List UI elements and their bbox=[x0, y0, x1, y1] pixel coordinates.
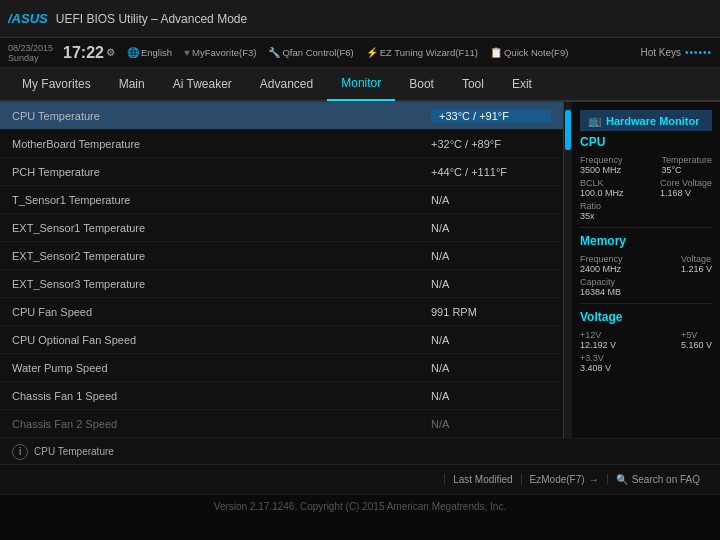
row-label: CPU Fan Speed bbox=[12, 306, 431, 318]
hw-monitor-header: 📺 Hardware Monitor bbox=[580, 110, 712, 131]
mem-freq-row: Frequency 2400 MHz Voltage 1.216 V bbox=[580, 254, 712, 274]
monitor-panel[interactable]: CPU Temperature +33°C / +91°F MotherBoar… bbox=[0, 102, 564, 438]
cpu-ratio-value: 35x bbox=[580, 211, 601, 221]
voltage-section-title: Voltage bbox=[580, 310, 712, 324]
table-row[interactable]: Water Pump Speed N/A bbox=[0, 354, 563, 382]
left-content: CPU Temperature +33°C / +91°F MotherBoar… bbox=[0, 102, 572, 438]
hw-monitor-panel: 📺 Hardware Monitor CPU Frequency 3500 MH… bbox=[572, 102, 720, 438]
search-faq-button[interactable]: 🔍 Search on FAQ bbox=[607, 474, 708, 485]
last-modified: Last Modified bbox=[444, 474, 520, 485]
row-label: EXT_Sensor1 Temperature bbox=[12, 222, 431, 234]
table-row[interactable]: EXT_Sensor2 Temperature N/A bbox=[0, 242, 563, 270]
tooltip-bar: i CPU Temperature bbox=[0, 438, 720, 464]
row-label: Chassis Fan 1 Speed bbox=[12, 390, 431, 402]
table-row[interactable]: T_Sensor1 Temperature N/A bbox=[0, 186, 563, 214]
row-label: EXT_Sensor2 Temperature bbox=[12, 250, 431, 262]
v12-label: +12V bbox=[580, 330, 616, 340]
hot-keys-dots: •••••• bbox=[685, 47, 712, 58]
shortcut-myfavorite[interactable]: ♥ MyFavorite(F3) bbox=[184, 47, 256, 58]
ez-mode-button[interactable]: EzMode(F7) → bbox=[521, 474, 607, 485]
search-icon: 🔍 bbox=[616, 474, 628, 485]
nav-exit[interactable]: Exit bbox=[498, 67, 546, 101]
row-value: N/A bbox=[431, 194, 551, 206]
cpu-ratio-row: Ratio 35x bbox=[580, 201, 712, 221]
heart-icon: ♥ bbox=[184, 47, 190, 58]
row-label: CPU Optional Fan Speed bbox=[12, 334, 431, 346]
hot-keys[interactable]: Hot Keys •••••• bbox=[640, 47, 712, 58]
row-value: N/A bbox=[431, 250, 551, 262]
row-value: +44°C / +111°F bbox=[431, 166, 551, 178]
row-label: EXT_Sensor3 Temperature bbox=[12, 278, 431, 290]
table-row[interactable]: MotherBoard Temperature +32°C / +89°F bbox=[0, 130, 563, 158]
mem-cap-value: 16384 MB bbox=[580, 287, 621, 297]
mem-freq-label: Frequency bbox=[580, 254, 623, 264]
nav-ai-tweaker[interactable]: Ai Tweaker bbox=[159, 67, 246, 101]
row-value: 991 RPM bbox=[431, 306, 551, 318]
cpu-corev-value: 1.168 V bbox=[660, 188, 712, 198]
info-icon: i bbox=[12, 444, 28, 460]
info-bar: 08/23/2015 Sunday 17:22 ⚙ 🌐 English ♥ My… bbox=[0, 38, 720, 68]
nav-main[interactable]: Main bbox=[105, 67, 159, 101]
globe-icon: 🌐 bbox=[127, 47, 139, 58]
mem-freq-value: 2400 MHz bbox=[580, 264, 623, 274]
shortcut-ez-tuning[interactable]: ⚡ EZ Tuning Wizard(F11) bbox=[366, 47, 478, 58]
v33-label: +3.3V bbox=[580, 353, 611, 363]
shortcut-quick-note[interactable]: 📋 Quick Note(F9) bbox=[490, 47, 568, 58]
nav-my-favorites[interactable]: My Favorites bbox=[8, 67, 105, 101]
row-value: +33°C / +91°F bbox=[431, 109, 551, 123]
cpu-section-title: CPU bbox=[580, 135, 712, 149]
cpu-bclk-label: BCLK bbox=[580, 178, 624, 188]
hw-divider bbox=[580, 227, 712, 228]
table-row[interactable]: CPU Temperature +33°C / +91°F bbox=[0, 102, 563, 130]
lightning-icon: ⚡ bbox=[366, 47, 378, 58]
shortcut-qfan[interactable]: 🔧 Qfan Control(F6) bbox=[268, 47, 353, 58]
row-value: N/A bbox=[431, 362, 551, 374]
table-row[interactable]: CPU Fan Speed 991 RPM bbox=[0, 298, 563, 326]
nav-boot[interactable]: Boot bbox=[395, 67, 448, 101]
bottom-bar: Last Modified EzMode(F7) → 🔍 Search on F… bbox=[0, 464, 720, 494]
gear-icon[interactable]: ⚙ bbox=[106, 47, 115, 58]
nav-tool[interactable]: Tool bbox=[448, 67, 498, 101]
cpu-ratio-label: Ratio bbox=[580, 201, 601, 211]
main-content: CPU Temperature +33°C / +91°F MotherBoar… bbox=[0, 102, 720, 438]
datetime: 08/23/2015 Sunday bbox=[8, 43, 53, 63]
table-row[interactable]: EXT_Sensor1 Temperature N/A bbox=[0, 214, 563, 242]
row-value: N/A bbox=[431, 390, 551, 402]
mem-cap-label: Capacity bbox=[580, 277, 621, 287]
row-label: Water Pump Speed bbox=[12, 362, 431, 374]
v12-value: 12.192 V bbox=[580, 340, 616, 350]
asus-logo: /ASUS bbox=[8, 11, 48, 26]
row-label: MotherBoard Temperature bbox=[12, 138, 431, 150]
scrollbar[interactable] bbox=[564, 102, 572, 438]
cpu-bclk-value: 100.0 MHz bbox=[580, 188, 624, 198]
top-bar: /ASUS UEFI BIOS Utility – Advanced Mode bbox=[0, 0, 720, 38]
table-row[interactable]: Chassis Fan 2 Speed N/A bbox=[0, 410, 563, 438]
table-row[interactable]: PCH Temperature +44°C / +111°F bbox=[0, 158, 563, 186]
row-value: N/A bbox=[431, 222, 551, 234]
shortcut-english[interactable]: 🌐 English bbox=[127, 47, 172, 58]
cpu-bclk-row: BCLK 100.0 MHz Core Voltage 1.168 V bbox=[580, 178, 712, 198]
mem-volt-label: Voltage bbox=[681, 254, 712, 264]
row-label: PCH Temperature bbox=[12, 166, 431, 178]
table-row[interactable]: EXT_Sensor3 Temperature N/A bbox=[0, 270, 563, 298]
row-label: T_Sensor1 Temperature bbox=[12, 194, 431, 206]
cpu-temp-label: Temperature bbox=[661, 155, 712, 165]
cpu-corev-label: Core Voltage bbox=[660, 178, 712, 188]
nav-bar: My Favorites Main Ai Tweaker Advanced Mo… bbox=[0, 68, 720, 102]
table-row[interactable]: CPU Optional Fan Speed N/A bbox=[0, 326, 563, 354]
mem-volt-value: 1.216 V bbox=[681, 264, 712, 274]
nav-advanced[interactable]: Advanced bbox=[246, 67, 327, 101]
scroll-thumb[interactable] bbox=[565, 110, 571, 150]
row-label: Chassis Fan 2 Speed bbox=[12, 418, 431, 430]
row-value: N/A bbox=[431, 418, 551, 430]
nav-monitor[interactable]: Monitor bbox=[327, 67, 395, 101]
footer: Version 2.17.1246. Copyright (C) 2015 Am… bbox=[0, 494, 720, 518]
table-row[interactable]: Chassis Fan 1 Speed N/A bbox=[0, 382, 563, 410]
mem-cap-row: Capacity 16384 MB bbox=[580, 277, 712, 297]
tooltip-text: CPU Temperature bbox=[34, 446, 114, 457]
bios-title: UEFI BIOS Utility – Advanced Mode bbox=[56, 12, 712, 26]
note-icon: 📋 bbox=[490, 47, 502, 58]
cpu-freq-label: Frequency bbox=[580, 155, 623, 165]
v5-label: +5V bbox=[681, 330, 712, 340]
time-display: 17:22 ⚙ bbox=[63, 44, 115, 62]
